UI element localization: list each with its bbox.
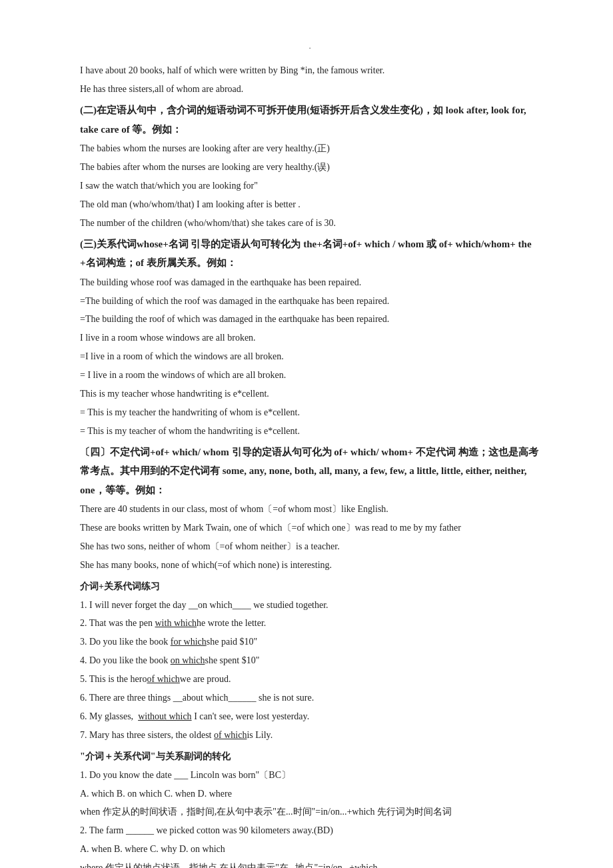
line-l34: 1. Do you know the date ___ Lincoln was … xyxy=(80,767,540,784)
line-l10: The building whose roof was damaged in t… xyxy=(80,274,540,291)
line-l38: A. when B. where C. why D. on which xyxy=(80,841,540,858)
line-l2: He has three sisters,all of whom are abr… xyxy=(80,81,540,98)
line-l5: The babies after whom the nurses are loo… xyxy=(80,159,540,176)
line-l21: These are books written by Mark Twain, o… xyxy=(80,519,540,537)
line-l11: =The building of which the roof was dama… xyxy=(80,293,540,310)
underline-of-which2: of which xyxy=(214,730,247,740)
line-l13: I live in a room whose windows are all b… xyxy=(80,329,540,347)
line-l9: (三)关系代词whose+名词 引导的定语从句可转化为 the+名词+of+ w… xyxy=(80,235,540,273)
line-l25: 1. I will never forget the day __on whic… xyxy=(80,597,540,614)
underline-for-which: for which xyxy=(171,637,207,647)
line-l30: 6. There are three things __about which_… xyxy=(80,689,540,707)
line-l12: =The building the roof of which was dama… xyxy=(80,311,540,328)
underline-on-which: on which xyxy=(171,655,205,665)
line-l23: She has many books, none of which(=of wh… xyxy=(80,557,540,574)
line-l8: The number of the children (who/whom/tha… xyxy=(80,215,540,232)
line-l7: The old man (who/whom/that) I am looking… xyxy=(80,196,540,213)
underline-of-which: of which xyxy=(147,674,179,684)
line-l14: =I live in a room of which the windows a… xyxy=(80,348,540,365)
line-l6: I saw the watch that/which you are looki… xyxy=(80,177,540,195)
line-l15: = I live in a room the windows of which … xyxy=(80,367,540,384)
line-l1: I have about 20 books, half of which wer… xyxy=(80,62,540,79)
underline-with-which: with which xyxy=(155,618,197,628)
line-l37: 2. The farm ______ we picked cotton was … xyxy=(80,822,540,839)
line-l26: 2. That was the pen with whichhe wrote t… xyxy=(80,615,540,632)
line-l4: The babies whom the nurses are looking a… xyxy=(80,140,540,157)
line-l31: 6. My glasses, without which I can't see… xyxy=(80,708,540,725)
line-l22: She has two sons, neither of whom〔=of wh… xyxy=(80,538,540,555)
line-l16: This is my teacher whose handwriting is … xyxy=(80,385,540,403)
line-l19: 〔四〕不定代词+of+ which/ whom 引导的定语从句可化为 of+ w… xyxy=(80,443,540,500)
top-dot: · xyxy=(80,40,540,55)
line-l27: 3. Do you like the book for whichshe pai… xyxy=(80,633,540,651)
section-title-conversion: "介词＋关系代词"与关系副词的转化 xyxy=(80,748,540,765)
line-l28: 4. Do you like the book on whichshe spen… xyxy=(80,652,540,669)
line-l35: A. which B. on which C. when D. where xyxy=(80,785,540,803)
underline-without-which: without which xyxy=(138,711,192,721)
line-l29: 5. This is the heroof whichwe are proud. xyxy=(80,671,540,688)
line-l39: where 作定从的地点状语，指地点,在从句中表示"在...地点"=in/on.… xyxy=(80,859,540,868)
page-content: · I have about 20 books, half of which w… xyxy=(80,40,540,868)
line-l20: There are 40 students in our class, most… xyxy=(80,501,540,518)
line-l32: 7. Mary has three sisters, the oldest of… xyxy=(80,727,540,744)
line-l3: (二)在定语从句中，含介词的短语动词不可拆开使用(短语拆开后含义发生变化)，如 … xyxy=(80,101,540,139)
line-l18: = This is my teacher of whom the handwri… xyxy=(80,423,540,440)
line-l36: when 作定从的时间状语，指时间,在从句中表示"在...时间"=in/on..… xyxy=(80,803,540,821)
about-which-text: about which xyxy=(183,693,229,703)
line-l17: = This is my teacher the handwriting of … xyxy=(80,404,540,421)
section-title-practice: 介词+关系代词练习 xyxy=(80,578,540,595)
